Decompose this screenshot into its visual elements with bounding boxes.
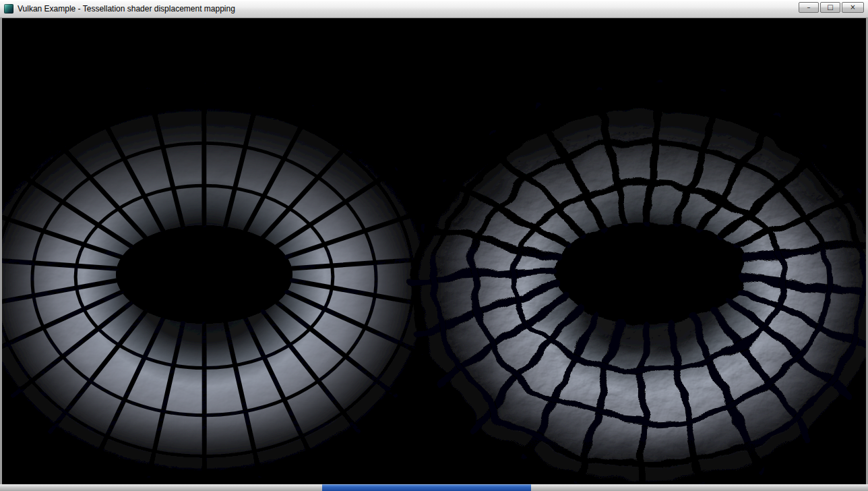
minimize-button[interactable]: – (799, 2, 819, 13)
close-button[interactable]: × (842, 2, 864, 13)
app-window: Vulkan Example - Tessellation shader dis… (0, 0, 868, 491)
close-icon: × (850, 4, 855, 11)
window-bottom-border (0, 484, 868, 491)
vulkan-render-canvas[interactable] (2, 18, 866, 484)
maximize-button[interactable]: □ (820, 2, 840, 13)
window-title: Vulkan Example - Tessellation shader dis… (18, 4, 235, 13)
render-viewport[interactable] (0, 18, 868, 484)
vulkan-example-icon (4, 4, 13, 13)
window-controls: – □ × (799, 2, 864, 13)
minimize-icon: – (807, 4, 811, 11)
taskbar-segment[interactable] (322, 484, 531, 491)
titlebar[interactable]: Vulkan Example - Tessellation shader dis… (0, 0, 868, 18)
maximize-icon: □ (827, 4, 833, 11)
